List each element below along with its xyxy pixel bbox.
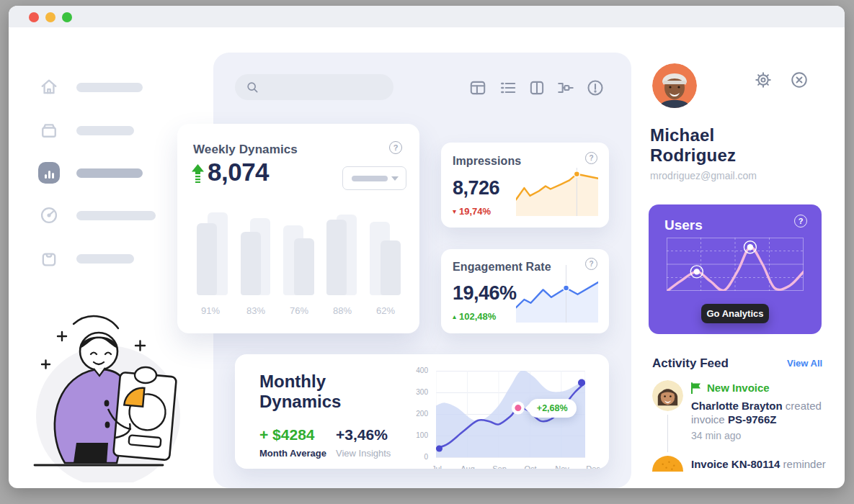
impressions-sparkline — [516, 168, 598, 216]
desktop-background: Weekly Dynamics ? 8,074 91%83%76%88%62% … — [0, 0, 854, 504]
activity-feed-title: Activity Feed — [652, 356, 729, 371]
y-tick: 200 — [406, 409, 428, 419]
bar-percentage-label: 76% — [283, 305, 315, 316]
minimize-button[interactable] — [45, 12, 55, 22]
nav-label-placeholder — [76, 126, 134, 135]
engagement-value: 19,46% — [453, 282, 517, 305]
flag-icon — [691, 382, 701, 394]
search-icon — [245, 80, 259, 94]
profile-avatar[interactable] — [652, 63, 697, 108]
card-title: Users — [664, 217, 703, 233]
columns-icon[interactable] — [528, 78, 546, 97]
timeline-connector — [667, 415, 668, 452]
engagement-rate-card: Engagement Rate ? 19,46% ▴102,48% — [441, 249, 609, 333]
impressions-value: 8,726 — [453, 177, 499, 199]
window-titlebar — [9, 6, 845, 27]
insights-value: +3,46% — [336, 426, 388, 444]
table-grid-icon[interactable] — [468, 78, 487, 97]
search-input[interactable] — [259, 81, 393, 94]
card-title-line1: Monthly — [259, 372, 341, 392]
list-view-icon[interactable] — [499, 78, 517, 97]
users-wave-chart — [667, 238, 804, 291]
nav-label-placeholder — [76, 83, 143, 92]
x-tick: Sep — [487, 464, 512, 469]
weekly-bars-chart: 91%83%76%88%62% — [177, 124, 419, 333]
activity-action: created — [786, 400, 822, 412]
nav-label-placeholder — [76, 254, 134, 264]
activity-timestamp: 34 min ago — [691, 430, 741, 441]
search-bar[interactable] — [235, 74, 393, 100]
close-circle-icon[interactable] — [790, 71, 809, 89]
bar — [241, 232, 261, 295]
merge-flow-icon[interactable] — [556, 78, 575, 97]
person-chart-illustration — [22, 294, 195, 482]
view-insights-link[interactable]: View Insights — [336, 448, 391, 459]
y-tick: 0 — [406, 452, 428, 462]
profile-last-name: Rodriguez — [650, 145, 736, 166]
month-average-label: Month Average — [259, 448, 326, 459]
sidebar-item-home[interactable] — [37, 76, 143, 99]
bar-percentage-label: 83% — [240, 305, 272, 316]
up-triangle-icon: ▴ — [453, 312, 456, 320]
card-title: Impressions — [453, 155, 521, 168]
x-tick: Nov — [550, 464, 574, 469]
activity-actor: Charlotte Brayton — [691, 400, 783, 412]
activity-avatar — [652, 456, 683, 472]
y-tick: 300 — [406, 387, 428, 397]
activity-object-prefix: invoice — [691, 413, 725, 426]
bar — [197, 223, 217, 295]
home-icon — [37, 76, 61, 99]
bar — [294, 238, 314, 295]
alert-circle-icon[interactable] — [586, 78, 605, 97]
x-tick: Aug — [455, 464, 480, 469]
month-average-value: + $4284 — [259, 426, 315, 444]
impressions-card: Impressions ? 8,726 ▾19,74% — [441, 143, 609, 228]
profile-email: mrodriguez@gmail.com — [650, 170, 757, 181]
app-window: Weekly Dynamics ? 8,074 91%83%76%88%62% … — [9, 6, 845, 488]
card-title-line2: Dynamics — [259, 392, 341, 412]
monthly-dynamics-card: Monthly Dynamics + $4284 Month Average +… — [235, 354, 609, 469]
help-icon[interactable]: ? — [585, 152, 597, 164]
help-icon[interactable]: ? — [794, 215, 807, 228]
go-analytics-button[interactable]: Go Analytics — [701, 304, 769, 323]
y-tick: 400 — [406, 366, 428, 376]
nav-label-placeholder — [76, 211, 156, 220]
zoom-button[interactable] — [62, 12, 72, 22]
bar-percentage-label: 88% — [326, 305, 358, 316]
nav-label-placeholder — [76, 168, 143, 178]
users-card: Users ? Go Analytics — [649, 204, 822, 334]
activity-badge: New Invoice — [707, 382, 770, 394]
engagement-delta: 102,48% — [459, 311, 496, 322]
gauge-icon — [37, 204, 61, 227]
datapoint-tooltip: +2,68% — [528, 399, 577, 418]
engagement-sparkline — [516, 265, 598, 323]
activity-invoice-id: Invoice KN-80114 — [691, 458, 780, 470]
sidebar-item-analytics[interactable] — [37, 161, 143, 184]
x-tick: Oct — [518, 464, 543, 469]
sidebar-item-performance[interactable] — [37, 204, 156, 227]
activity-avatar — [652, 380, 683, 411]
bar-percentage-label: 91% — [195, 305, 226, 316]
bar-percentage-label: 62% — [370, 305, 401, 316]
archive-box-icon — [37, 119, 61, 142]
down-triangle-icon: ▾ — [453, 207, 456, 215]
profile-first-name: Michael — [650, 125, 714, 145]
settings-gear-icon[interactable] — [754, 71, 773, 89]
y-tick: 100 — [406, 431, 428, 441]
weekly-dynamics-card: Weekly Dynamics ? 8,074 91%83%76%88%62% — [177, 124, 419, 333]
close-button[interactable] — [29, 12, 39, 22]
bar — [381, 240, 401, 295]
sidebar-item-archive[interactable] — [37, 119, 134, 142]
view-all-link[interactable]: View All — [787, 358, 822, 369]
activity-action: reminder — [783, 458, 826, 470]
bar — [326, 220, 347, 295]
sidebar-item-shop[interactable] — [37, 247, 134, 270]
x-tick: Jul — [424, 464, 449, 469]
impressions-delta: 19,74% — [459, 206, 491, 217]
bar-chart-icon — [37, 161, 61, 184]
activity-invoice-id: PS-9766Z — [728, 413, 777, 426]
shopping-bag-icon — [37, 247, 61, 270]
